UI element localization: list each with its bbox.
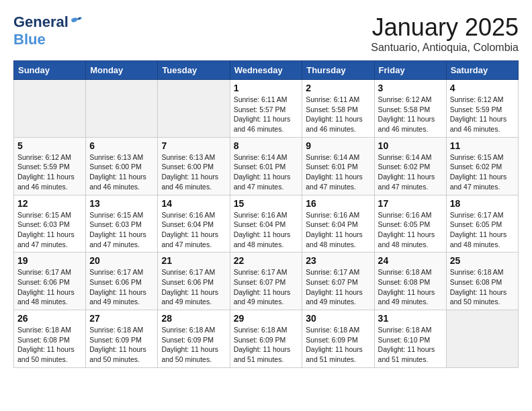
calendar-week-row: 1Sunrise: 6:11 AMSunset: 5:57 PMDaylight… [14,80,519,138]
day-number: 9 [306,140,370,151]
calendar-cell [14,80,86,138]
calendar-table: SundayMondayTuesdayWednesdayThursdayFrid… [13,60,519,368]
day-number: 2 [306,83,370,93]
logo-blue-text: Blue [13,31,46,48]
day-info: Sunrise: 6:17 AMSunset: 6:06 PMDaylight:… [161,267,226,307]
day-info: Sunrise: 6:17 AMSunset: 6:06 PMDaylight:… [89,267,154,307]
day-number: 23 [306,255,370,266]
calendar-cell: 28Sunrise: 6:18 AMSunset: 6:09 PMDayligh… [158,310,230,368]
calendar-cell: 20Sunrise: 6:17 AMSunset: 6:06 PMDayligh… [86,253,158,310]
day-number: 29 [234,313,299,324]
calendar-cell: 27Sunrise: 6:18 AMSunset: 6:09 PMDayligh… [86,310,158,368]
calendar-cell: 17Sunrise: 6:16 AMSunset: 6:05 PMDayligh… [374,195,446,253]
day-number: 26 [17,313,82,324]
day-number: 22 [234,255,299,266]
day-info: Sunrise: 6:17 AMSunset: 6:06 PMDaylight:… [17,267,82,307]
day-number: 18 [450,198,515,209]
day-number: 12 [17,198,82,209]
day-number: 11 [450,140,515,151]
calendar-week-row: 5Sunrise: 6:12 AMSunset: 5:59 PMDaylight… [14,137,519,195]
day-number: 20 [89,255,154,266]
day-info: Sunrise: 6:18 AMSunset: 6:09 PMDaylight:… [306,325,370,365]
calendar-cell: 25Sunrise: 6:18 AMSunset: 6:08 PMDayligh… [446,253,518,310]
day-info: Sunrise: 6:18 AMSunset: 6:09 PMDaylight:… [161,325,226,365]
calendar-cell: 6Sunrise: 6:13 AMSunset: 6:00 PMDaylight… [86,137,158,195]
calendar-cell: 23Sunrise: 6:17 AMSunset: 6:07 PMDayligh… [302,253,374,310]
month-title: January 2025 [371,13,519,42]
day-number: 7 [161,140,226,151]
day-info: Sunrise: 6:12 AMSunset: 5:59 PMDaylight:… [450,95,515,134]
calendar-cell: 29Sunrise: 6:18 AMSunset: 6:09 PMDayligh… [230,310,302,368]
calendar-cell: 10Sunrise: 6:14 AMSunset: 6:02 PMDayligh… [374,137,446,195]
day-info: Sunrise: 6:14 AMSunset: 6:02 PMDaylight:… [378,152,443,192]
day-info: Sunrise: 6:17 AMSunset: 6:07 PMDaylight:… [306,267,370,307]
calendar-cell: 2Sunrise: 6:11 AMSunset: 5:58 PMDaylight… [302,80,374,138]
calendar-cell [86,80,158,138]
day-info: Sunrise: 6:17 AMSunset: 6:05 PMDaylight:… [450,210,515,250]
calendar-cell: 8Sunrise: 6:14 AMSunset: 6:01 PMDaylight… [230,137,302,195]
day-number: 16 [306,198,370,209]
day-number: 27 [89,313,154,324]
day-info: Sunrise: 6:16 AMSunset: 6:04 PMDaylight:… [234,210,299,250]
logo-general-text: General [13,13,69,31]
day-info: Sunrise: 6:14 AMSunset: 6:01 PMDaylight:… [306,152,370,192]
calendar-cell: 18Sunrise: 6:17 AMSunset: 6:05 PMDayligh… [446,195,518,253]
day-number: 19 [17,255,82,266]
weekday-header-saturday: Saturday [446,61,518,80]
calendar-cell: 14Sunrise: 6:16 AMSunset: 6:04 PMDayligh… [158,195,230,253]
day-info: Sunrise: 6:15 AMSunset: 6:03 PMDaylight:… [89,210,154,250]
day-number: 25 [450,255,515,266]
calendar-week-row: 26Sunrise: 6:18 AMSunset: 6:08 PMDayligh… [14,310,519,368]
calendar-cell: 12Sunrise: 6:15 AMSunset: 6:03 PMDayligh… [14,195,86,253]
day-info: Sunrise: 6:12 AMSunset: 5:58 PMDaylight:… [378,95,443,134]
day-info: Sunrise: 6:13 AMSunset: 6:00 PMDaylight:… [161,152,226,192]
day-info: Sunrise: 6:18 AMSunset: 6:09 PMDaylight:… [89,325,154,365]
day-number: 21 [161,255,226,266]
day-info: Sunrise: 6:11 AMSunset: 5:57 PMDaylight:… [234,95,299,134]
day-number: 31 [378,313,443,324]
calendar-week-row: 19Sunrise: 6:17 AMSunset: 6:06 PMDayligh… [14,253,519,310]
calendar-cell: 9Sunrise: 6:14 AMSunset: 6:01 PMDaylight… [302,137,374,195]
location-subtitle: Santuario, Antioquia, Colombia [371,42,519,54]
calendar-cell [158,80,230,138]
calendar-cell: 22Sunrise: 6:17 AMSunset: 6:07 PMDayligh… [230,253,302,310]
calendar-cell: 13Sunrise: 6:15 AMSunset: 6:03 PMDayligh… [86,195,158,253]
weekday-header-row: SundayMondayTuesdayWednesdayThursdayFrid… [14,61,519,80]
day-info: Sunrise: 6:14 AMSunset: 6:01 PMDaylight:… [234,152,299,192]
calendar-cell: 15Sunrise: 6:16 AMSunset: 6:04 PMDayligh… [230,195,302,253]
day-number: 4 [450,83,515,93]
day-number: 24 [378,255,443,266]
calendar-cell: 1Sunrise: 6:11 AMSunset: 5:57 PMDaylight… [230,80,302,138]
calendar-cell [446,310,518,368]
day-info: Sunrise: 6:18 AMSunset: 6:10 PMDaylight:… [378,325,443,365]
calendar-cell: 26Sunrise: 6:18 AMSunset: 6:08 PMDayligh… [14,310,86,368]
weekday-header-friday: Friday [374,61,446,80]
calendar-cell: 31Sunrise: 6:18 AMSunset: 6:10 PMDayligh… [374,310,446,368]
weekday-header-thursday: Thursday [302,61,374,80]
day-info: Sunrise: 6:11 AMSunset: 5:58 PMDaylight:… [306,95,370,134]
day-info: Sunrise: 6:16 AMSunset: 6:04 PMDaylight:… [306,210,370,250]
day-info: Sunrise: 6:12 AMSunset: 5:59 PMDaylight:… [17,152,82,192]
logo-bird-icon [70,15,83,27]
day-info: Sunrise: 6:18 AMSunset: 6:08 PMDaylight:… [450,267,515,307]
calendar-week-row: 12Sunrise: 6:15 AMSunset: 6:03 PMDayligh… [14,195,519,253]
weekday-header-tuesday: Tuesday [158,61,230,80]
day-info: Sunrise: 6:13 AMSunset: 6:00 PMDaylight:… [89,152,154,192]
day-info: Sunrise: 6:15 AMSunset: 6:03 PMDaylight:… [17,210,82,250]
day-number: 17 [378,198,443,209]
calendar-cell: 16Sunrise: 6:16 AMSunset: 6:04 PMDayligh… [302,195,374,253]
logo: General Blue [13,13,83,48]
day-number: 8 [234,140,299,151]
day-info: Sunrise: 6:18 AMSunset: 6:09 PMDaylight:… [234,325,299,365]
calendar-cell: 30Sunrise: 6:18 AMSunset: 6:09 PMDayligh… [302,310,374,368]
day-number: 10 [378,140,443,151]
calendar-cell: 7Sunrise: 6:13 AMSunset: 6:00 PMDaylight… [158,137,230,195]
day-number: 1 [234,83,299,93]
day-number: 15 [234,198,299,209]
calendar-cell: 24Sunrise: 6:18 AMSunset: 6:08 PMDayligh… [374,253,446,310]
day-info: Sunrise: 6:17 AMSunset: 6:07 PMDaylight:… [234,267,299,307]
day-number: 30 [306,313,370,324]
day-number: 28 [161,313,226,324]
calendar-cell: 11Sunrise: 6:15 AMSunset: 6:02 PMDayligh… [446,137,518,195]
day-number: 14 [161,198,226,209]
